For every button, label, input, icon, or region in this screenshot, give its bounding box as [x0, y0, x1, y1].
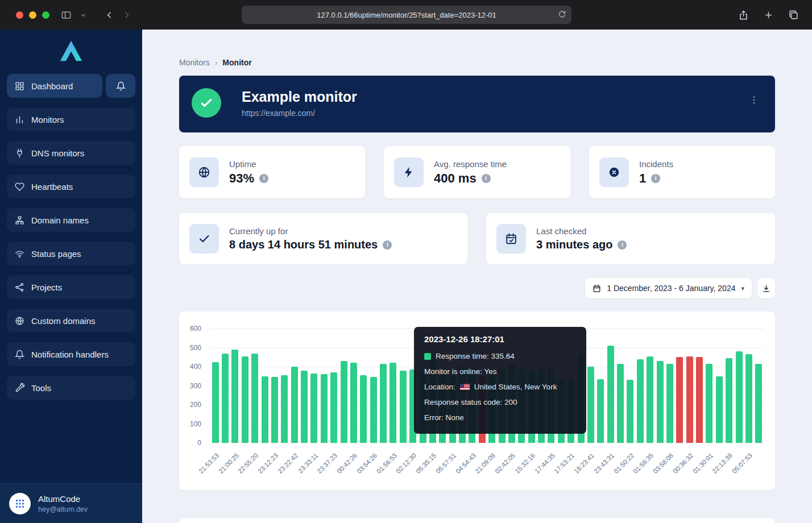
chart-bar[interactable] — [607, 346, 614, 443]
main-content: Monitors › Monitor Example monitor https… — [142, 30, 812, 523]
tab-overview-icon[interactable] — [785, 6, 802, 23]
chart-bar[interactable] — [301, 371, 308, 443]
check-icon — [199, 96, 214, 110]
share-icon[interactable] — [735, 6, 752, 23]
zoom-window-button[interactable] — [42, 11, 49, 19]
chart-bar[interactable] — [251, 354, 258, 443]
chart-x-labels: 21:53:5321:00:2522:55:2023:12:2323:22:42… — [210, 449, 764, 488]
chart-bar[interactable] — [262, 376, 268, 443]
chart-bar[interactable] — [400, 371, 407, 443]
sidebar-item-notification-handlers[interactable]: Notification handlers — [7, 342, 135, 366]
avatar — [9, 493, 31, 514]
date-range-label: 1 December, 2023 - 6 January, 2024 — [607, 284, 735, 293]
signal-icon — [15, 249, 24, 259]
y-axis-label: 500 — [190, 344, 201, 352]
chart-bar[interactable] — [706, 364, 712, 443]
chart-bar[interactable] — [686, 356, 693, 443]
chart-bar[interactable] — [745, 354, 752, 443]
chart-bar[interactable] — [755, 364, 762, 443]
breadcrumb-monitors[interactable]: Monitors — [179, 58, 210, 67]
chart-bar[interactable] — [617, 364, 624, 443]
sidebar-toggle-icon[interactable] — [57, 6, 74, 23]
forward-button[interactable] — [118, 6, 135, 23]
chart-bar[interactable] — [350, 363, 357, 443]
sidebar-item-custom-domains[interactable]: Custom domains — [7, 309, 135, 333]
app-logo[interactable] — [0, 30, 142, 72]
chart-bar[interactable] — [587, 367, 594, 443]
monitor-url[interactable]: https://example.com/ — [242, 109, 315, 118]
info-icon[interactable]: i — [651, 174, 660, 183]
info-icon[interactable]: i — [618, 240, 627, 250]
x-axis-label: 21:00:25 — [217, 452, 240, 475]
sidebar-item-monitors[interactable]: Monitors — [7, 107, 135, 131]
chart-bar[interactable] — [380, 364, 387, 443]
x-axis-label: 01:58:35 — [632, 452, 655, 475]
chart-bar[interactable] — [637, 359, 644, 443]
x-axis-label: 01:30:01 — [691, 452, 714, 475]
chart-bar[interactable] — [341, 361, 347, 443]
chart-bar[interactable] — [696, 357, 703, 443]
info-icon[interactable]: i — [482, 174, 491, 183]
chart-bar[interactable] — [666, 364, 673, 443]
chart-bar[interactable] — [627, 380, 633, 443]
minimize-window-button[interactable] — [29, 11, 36, 19]
new-tab-icon[interactable] — [760, 6, 777, 23]
x-axis-label: 02:42:05 — [494, 452, 516, 475]
stat-label: Uptime — [229, 159, 268, 169]
chart-bar[interactable] — [222, 354, 229, 443]
chart-bar[interactable] — [360, 375, 367, 443]
chart-bar[interactable] — [390, 363, 396, 443]
sidebar-item-status-pages[interactable]: Status pages — [7, 242, 135, 265]
chart-bar[interactable] — [370, 377, 377, 443]
date-range-picker[interactable]: 1 December, 2023 - 6 January, 2024 ▾ — [585, 278, 752, 298]
chart-bar[interactable] — [291, 367, 298, 443]
chart-bar[interactable] — [271, 377, 278, 443]
back-button[interactable] — [101, 6, 118, 23]
sidebar-item-heartbeats[interactable]: Heartbeats — [7, 175, 135, 198]
chart-bar[interactable] — [716, 376, 723, 443]
notifications-button[interactable] — [106, 74, 135, 98]
chart-bar[interactable] — [321, 374, 328, 443]
chart-bar[interactable] — [242, 356, 248, 443]
tooltip-error: Error: None — [424, 410, 464, 425]
browser-chrome: 127.0.0.1/66uptime/monitor/25?start_date… — [0, 0, 812, 30]
tooltip-location-value: United States, New York — [474, 379, 557, 395]
breadcrumb-separator-icon: › — [215, 58, 218, 67]
address-bar[interactable]: 127.0.0.1/66uptime/monitor/25?start_date… — [242, 6, 571, 24]
info-icon[interactable]: i — [383, 240, 392, 250]
chart-bar[interactable] — [657, 361, 664, 443]
x-axis-label: 17:44:35 — [533, 452, 556, 475]
sidebar-nav: Dashboard Monitors DNS monitors — [0, 72, 142, 400]
sidebar-item-domain-names[interactable]: Domain names — [7, 208, 135, 232]
stat-value: 400 ms — [434, 171, 477, 186]
x-axis-label: 21:09:09 — [474, 452, 497, 475]
chart-bar[interactable] — [597, 379, 604, 443]
chevron-down-icon[interactable] — [74, 6, 92, 23]
chart-bar[interactable] — [281, 375, 288, 443]
sidebar-item-label: Tools — [31, 383, 51, 393]
x-axis-label: 05:07:53 — [731, 452, 753, 475]
x-axis-label: 05:35:15 — [415, 452, 437, 475]
kebab-menu-icon[interactable] — [749, 94, 759, 106]
chart-bar[interactable] — [736, 351, 743, 443]
chart-bar[interactable] — [231, 350, 238, 443]
info-icon[interactable]: i — [259, 174, 268, 183]
x-axis-label: 05:57:51 — [434, 452, 457, 475]
calendar-icon — [593, 284, 601, 293]
stat-value: 8 days 14 hours 51 minutes — [229, 238, 378, 251]
reload-icon[interactable] — [558, 10, 566, 18]
chart-bar[interactable] — [310, 373, 317, 443]
sidebar-item-dns-monitors[interactable]: DNS monitors — [7, 141, 135, 165]
chart-bar[interactable] — [212, 362, 219, 443]
chart-bar[interactable] — [647, 356, 653, 443]
chart-bar[interactable] — [726, 358, 732, 443]
sidebar-item-projects[interactable]: Projects — [7, 275, 135, 299]
close-window-button[interactable] — [16, 11, 23, 19]
account-section[interactable]: AltumCode hey@altum.dev — [0, 483, 142, 523]
chart-bar[interactable] — [330, 372, 337, 443]
sidebar-item-tools[interactable]: Tools — [7, 376, 135, 400]
sidebar-item-label: Custom domains — [31, 316, 96, 326]
chart-bar[interactable] — [676, 357, 683, 443]
download-button[interactable] — [757, 278, 775, 298]
sidebar-item-dashboard[interactable]: Dashboard — [7, 74, 102, 98]
